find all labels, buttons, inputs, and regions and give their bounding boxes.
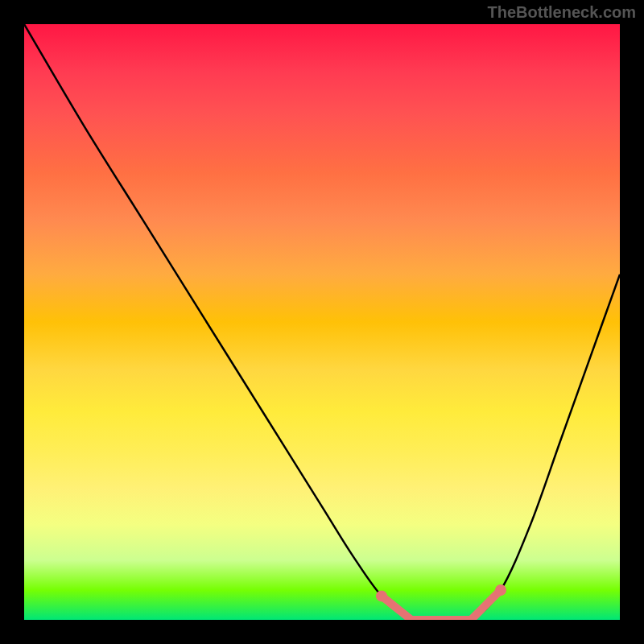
- attribution-label: TheBottleneck.com: [488, 3, 636, 22]
- gradient-background: [24, 24, 620, 620]
- chart-container: [24, 24, 620, 620]
